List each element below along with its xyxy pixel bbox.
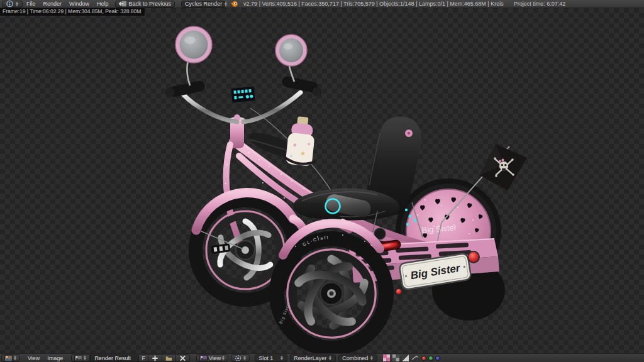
tricycle-render: Big Sister bbox=[0, 8, 644, 353]
dropdown-arrows-icon bbox=[222, 356, 225, 360]
image-name-field[interactable]: Render Result bbox=[90, 354, 139, 362]
dropdown-arrows-icon bbox=[280, 356, 284, 360]
editor-type-select[interactable] bbox=[1, 354, 20, 362]
dropdown-arrows-icon bbox=[84, 356, 87, 360]
close-icon bbox=[179, 354, 187, 362]
editor-type-select[interactable] bbox=[2, 1, 23, 8]
blender-window: File Render Window Help Back to Previous… bbox=[0, 0, 644, 362]
new-image-button[interactable] bbox=[148, 354, 162, 362]
view-mode-select[interactable]: View bbox=[196, 354, 228, 362]
menu-window[interactable]: Window bbox=[65, 1, 93, 7]
reflector bbox=[396, 288, 402, 295]
image-editor-icon bbox=[4, 354, 13, 362]
slot-label: Slot 1 bbox=[258, 355, 273, 361]
image-datablock-group: Render Result F bbox=[72, 354, 190, 362]
channel-red-icon[interactable] bbox=[421, 356, 426, 361]
dropdown-arrows-icon bbox=[370, 356, 374, 360]
menu-render[interactable]: Render bbox=[40, 1, 66, 7]
display-channel-alpha-button[interactable] bbox=[392, 354, 400, 362]
image-icon bbox=[199, 354, 208, 362]
render-layer-select[interactable]: RenderLayer bbox=[290, 354, 336, 362]
view-mode-label: View bbox=[209, 355, 221, 361]
menu-file[interactable]: File bbox=[23, 1, 40, 7]
menu-image[interactable]: Image bbox=[43, 355, 67, 361]
display-channel-z-button[interactable] bbox=[401, 354, 409, 362]
channel-blue-icon[interactable] bbox=[435, 356, 440, 361]
image-browse-button[interactable] bbox=[71, 354, 90, 362]
display-channel-color-alpha-button[interactable] bbox=[382, 354, 391, 362]
plus-icon bbox=[151, 354, 159, 362]
dropdown-arrows-icon bbox=[16, 2, 19, 6]
bike-computer bbox=[231, 86, 255, 102]
slot-select[interactable]: Slot 1 bbox=[255, 354, 287, 362]
fake-user-button[interactable]: F bbox=[138, 354, 148, 362]
menu-help[interactable]: Help bbox=[93, 1, 113, 7]
right-mirror bbox=[275, 35, 307, 66]
back-to-previous-label: Back to Previous bbox=[129, 1, 172, 7]
render-layer-label: RenderLayer bbox=[294, 355, 326, 361]
unlink-image-button[interactable] bbox=[175, 354, 190, 362]
rear-left-wheel: GL-Craft Big Sister bbox=[277, 223, 386, 348]
render-engine-select[interactable]: Cycles Render bbox=[181, 1, 225, 8]
channel-green-icon[interactable] bbox=[428, 356, 433, 361]
blender-logo-icon bbox=[230, 0, 238, 8]
project-time: Project time: 6:07:42 bbox=[514, 1, 566, 7]
menu-view[interactable]: View bbox=[24, 355, 43, 361]
sample-line-button[interactable] bbox=[411, 354, 419, 362]
render-engine-label: Cycles Render bbox=[185, 1, 222, 7]
left-mirror bbox=[175, 26, 212, 63]
pivot-icon bbox=[234, 354, 242, 362]
dropdown-arrows-icon bbox=[225, 2, 227, 6]
water-bottle bbox=[283, 115, 321, 167]
render-result-canvas[interactable]: Frame:19 | Time:06:02.29 | Mem:304.85M, … bbox=[0, 8, 644, 353]
render-pass-label: Combined bbox=[342, 355, 368, 361]
dropdown-arrows-icon bbox=[14, 356, 17, 360]
pivot-select[interactable] bbox=[231, 354, 250, 362]
image-editor-header: View Image Render Result F bbox=[0, 353, 644, 362]
info-editor-icon bbox=[6, 0, 14, 8]
tail-light-right bbox=[468, 251, 479, 263]
back-arrow-icon bbox=[119, 0, 127, 8]
open-image-button[interactable] bbox=[162, 354, 176, 362]
dropdown-arrows-icon bbox=[243, 356, 247, 360]
render-metadata-stamp: Frame:19 | Time:06:02.29 | Mem:304.85M, … bbox=[0, 8, 145, 16]
image-datablock-icon bbox=[74, 354, 82, 362]
folder-icon bbox=[165, 354, 173, 362]
info-header: File Render Window Help Back to Previous… bbox=[0, 0, 644, 8]
scene-statistics: v2.79 | Verts:409,516 | Faces:350,717 | … bbox=[243, 1, 504, 7]
render-pass-select[interactable]: Combined bbox=[338, 354, 377, 362]
dropdown-arrows-icon bbox=[329, 356, 332, 360]
back-to-previous-button[interactable]: Back to Previous bbox=[115, 1, 175, 8]
